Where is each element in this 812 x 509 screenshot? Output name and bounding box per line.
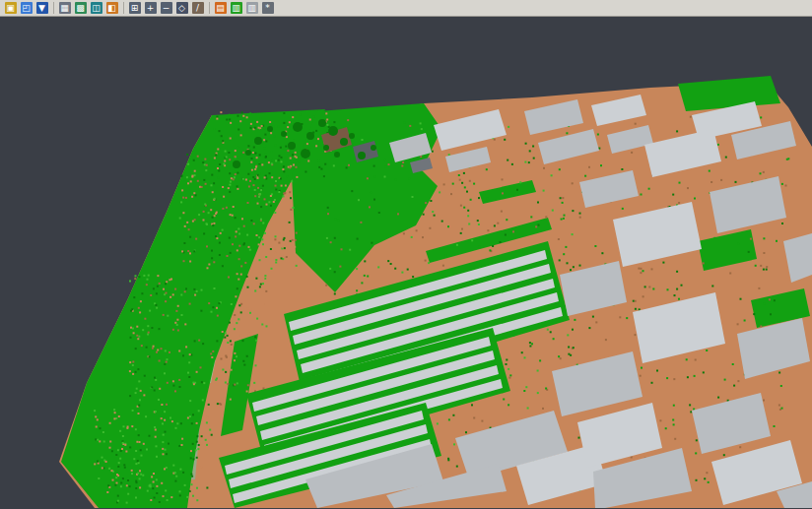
3d-viewport[interactable] — [0, 17, 812, 509]
color-by-class-icon: ▥ — [231, 2, 242, 14]
open-project-icon[interactable]: ▣ — [3, 1, 18, 16]
import-data-icon: ◰ — [21, 2, 33, 14]
3d-view-icon[interactable]: ◧ — [104, 1, 119, 16]
point-cloud-scene — [0, 17, 812, 509]
zoom-extents-icon[interactable]: ⊞ — [127, 1, 142, 16]
zoom-out-icon[interactable]: − — [159, 1, 173, 16]
measure-tool-icon[interactable]: / — [190, 1, 205, 16]
map-view-icon[interactable]: ▩ — [73, 1, 88, 16]
zoom-in-icon[interactable]: + — [143, 1, 158, 16]
color-by-elevation-icon: ▤ — [215, 2, 227, 14]
zoom-out-icon: − — [161, 2, 172, 14]
measure-tool-icon: / — [192, 2, 204, 14]
color-by-class-icon[interactable]: ▥ — [229, 1, 243, 16]
zoom-in-icon: + — [145, 2, 157, 14]
save-icon[interactable]: ▼ — [34, 1, 49, 16]
table-view-icon[interactable]: ▦ — [57, 1, 72, 16]
toolbar-separator — [53, 2, 54, 14]
3d-view-icon: ◧ — [106, 2, 118, 14]
profile-view-icon: ◫ — [91, 2, 102, 14]
zoom-extents-icon: ⊞ — [129, 2, 141, 14]
main-toolbar: ▣◰▼▦▩◫◧⊞+−◇/▤▥▥* — [0, 0, 812, 17]
application-window: ▣◰▼▦▩◫◧⊞+−◇/▤▥▥* — [0, 0, 812, 509]
pan-tool-icon[interactable]: ◇ — [174, 1, 189, 16]
settings-icon: * — [262, 2, 274, 14]
map-view-icon: ▩ — [75, 2, 87, 14]
settings-icon[interactable]: * — [260, 1, 275, 16]
open-project-icon: ▣ — [5, 2, 17, 14]
table-view-icon: ▦ — [59, 2, 71, 14]
toolbar-separator — [209, 2, 210, 14]
profile-view-icon[interactable]: ◫ — [89, 1, 103, 16]
color-by-intensity-icon[interactable]: ▥ — [244, 1, 259, 16]
save-icon: ▼ — [36, 2, 48, 14]
color-by-elevation-icon[interactable]: ▤ — [213, 1, 228, 16]
toolbar-separator — [123, 2, 124, 14]
pan-tool-icon: ◇ — [176, 2, 188, 14]
import-data-icon[interactable]: ◰ — [19, 1, 34, 16]
color-by-intensity-icon: ▥ — [246, 2, 258, 14]
